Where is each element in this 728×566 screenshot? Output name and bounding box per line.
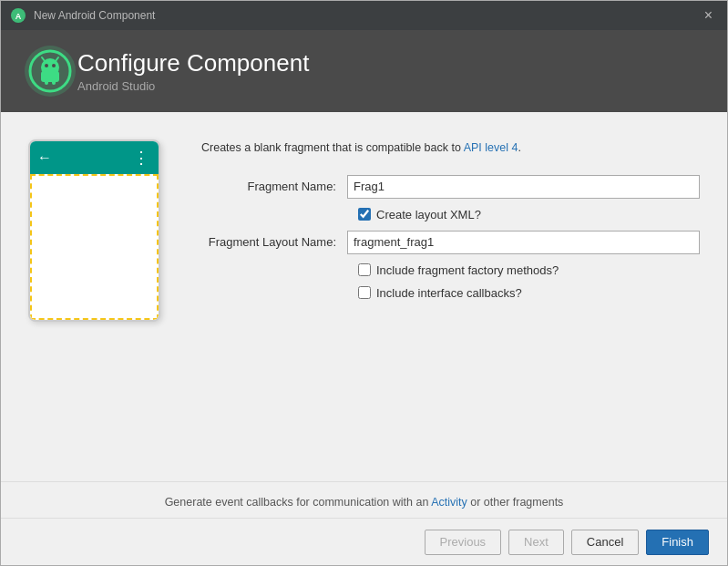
window: A New Android Component × Configure Comp… <box>0 0 728 566</box>
create-layout-row: Create layout XML? <box>358 208 700 221</box>
bottom-description: Generate event callbacks for communicati… <box>1 481 727 518</box>
footer: Previous Next Cancel Finish <box>1 518 727 565</box>
include-factory-row: Include fragment factory methods? <box>358 263 700 277</box>
fragment-name-row: Fragment Name: <box>201 175 700 199</box>
form-area: Creates a blank fragment that is compati… <box>201 130 700 463</box>
info-text: Creates a blank fragment that is compati… <box>201 139 700 157</box>
create-layout-checkbox[interactable] <box>358 208 371 221</box>
include-factory-label: Include fragment factory methods? <box>376 263 559 277</box>
content: ← ⋮ Creates a blank fragment that is com… <box>1 112 727 518</box>
finish-button[interactable]: Finish <box>646 530 709 555</box>
include-interface-label: Include interface callbacks? <box>376 286 522 300</box>
header: Configure Component Android Studio <box>1 30 727 112</box>
fragment-layout-name-input[interactable] <box>347 231 700 254</box>
cancel-button[interactable]: Cancel <box>571 530 639 555</box>
title-bar-text: New Android Component <box>34 9 699 22</box>
include-interface-checkbox[interactable] <box>358 286 371 299</box>
android-studio-logo <box>23 44 77 98</box>
window-icon: A <box>10 7 26 24</box>
include-factory-checkbox[interactable] <box>358 263 371 276</box>
svg-point-7 <box>52 64 56 67</box>
header-title: Configure Component <box>77 49 309 77</box>
create-layout-label: Create layout XML? <box>376 208 481 221</box>
phone-frame: ← ⋮ <box>28 139 160 322</box>
fragment-name-input[interactable] <box>347 175 700 199</box>
fragment-name-label: Fragment Name: <box>201 180 347 193</box>
phone-top-bar: ← ⋮ <box>30 141 159 174</box>
next-button[interactable]: Next <box>508 530 564 555</box>
phone-preview: ← ⋮ <box>28 130 174 463</box>
fragment-layout-name-label: Fragment Layout Name: <box>201 235 347 249</box>
close-button[interactable]: × <box>699 6 718 25</box>
previous-button[interactable]: Previous <box>425 530 502 555</box>
phone-content-area <box>30 174 159 320</box>
phone-back-icon: ← <box>37 149 52 166</box>
activity-link[interactable]: Activity <box>431 496 467 509</box>
svg-rect-10 <box>45 78 48 85</box>
header-titles: Configure Component Android Studio <box>77 49 309 93</box>
api-level-link[interactable]: API level 4 <box>464 141 518 154</box>
svg-point-6 <box>45 64 48 67</box>
header-subtitle: Android Studio <box>77 79 309 93</box>
fragment-layout-name-row: Fragment Layout Name: <box>201 231 700 254</box>
title-bar: A New Android Component × <box>1 1 727 30</box>
main-area: ← ⋮ Creates a blank fragment that is com… <box>1 112 727 481</box>
svg-text:A: A <box>15 12 22 21</box>
include-interface-row: Include interface callbacks? <box>358 286 700 300</box>
phone-menu-icon: ⋮ <box>133 148 151 168</box>
svg-rect-11 <box>52 78 56 85</box>
svg-rect-5 <box>41 71 59 82</box>
